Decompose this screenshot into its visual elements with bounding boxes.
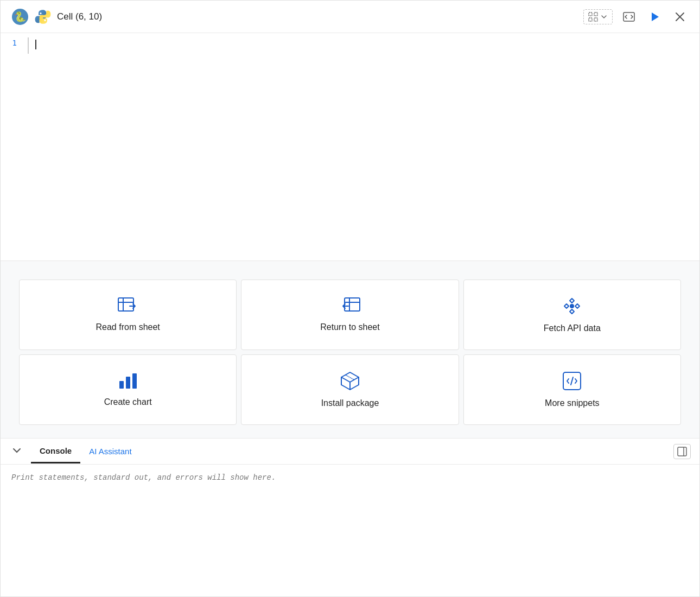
header-right: [583, 8, 689, 26]
return-to-sheet-label: Return to sheet: [320, 322, 379, 332]
console-area: Console AI Assistant Print statements, s…: [1, 439, 699, 558]
console-right: [673, 444, 691, 459]
read-from-sheet-label: Read from sheet: [96, 322, 160, 332]
svg-rect-4: [589, 18, 592, 21]
svg-rect-15: [119, 381, 124, 389]
header-left: 🐍 Cell (6, 10): [11, 8, 102, 26]
python-icon: 🐍: [11, 8, 29, 26]
install-package-label: Install package: [321, 398, 379, 408]
snippets-grid: Read from sheet Return to sheet Fetch AP…: [1, 261, 699, 439]
fetch-api-label: Fetch API data: [544, 323, 601, 333]
console-tab-console[interactable]: Console: [31, 440, 80, 463]
return-to-sheet-icon: [340, 297, 360, 315]
more-snippets-icon: [562, 371, 582, 391]
sidebar-icon: [677, 447, 687, 456]
fetch-api-icon: [562, 296, 582, 316]
svg-rect-3: [594, 12, 597, 16]
install-package-icon: [340, 371, 360, 391]
code-icon: [622, 10, 635, 23]
play-icon: [647, 10, 661, 24]
console-output: Print statements, standard out, and erro…: [1, 465, 699, 491]
snippet-fetch-api-data[interactable]: Fetch API data: [463, 280, 681, 350]
console-tab-ai[interactable]: AI Assistant: [80, 440, 140, 462]
run-button[interactable]: [645, 8, 664, 26]
console-tabs: Console AI Assistant: [1, 439, 699, 465]
cell-title: Cell (6, 10): [57, 11, 102, 22]
console-placeholder: Print statements, standard out, and erro…: [11, 473, 276, 482]
svg-rect-8: [118, 298, 133, 311]
create-chart-icon: [118, 372, 138, 390]
code-editor[interactable]: 1: [1, 33, 699, 261]
chevron-down-icon: [600, 13, 608, 21]
svg-text:🐍: 🐍: [14, 11, 27, 23]
line-number: 1: [1, 37, 28, 47]
svg-rect-5: [594, 18, 597, 21]
svg-rect-2: [589, 12, 592, 16]
python-logo: [34, 8, 52, 26]
svg-marker-7: [652, 12, 659, 21]
snippet-read-from-sheet[interactable]: Read from sheet: [19, 280, 237, 350]
console-collapse-button[interactable]: [9, 443, 24, 460]
close-button[interactable]: [671, 8, 689, 26]
svg-rect-17: [132, 373, 137, 389]
sidebar-toggle-button[interactable]: [673, 444, 691, 459]
text-cursor: [35, 40, 36, 49]
more-snippets-label: More snippets: [545, 398, 600, 408]
read-from-sheet-icon: [118, 297, 138, 315]
chevron-down-icon: [11, 445, 22, 456]
svg-point-14: [570, 304, 574, 308]
svg-rect-16: [126, 377, 130, 389]
snippet-install-package[interactable]: Install package: [241, 354, 459, 425]
create-chart-label: Create chart: [104, 397, 152, 407]
code-line-1: 1: [1, 33, 699, 54]
svg-rect-11: [345, 298, 360, 311]
snippet-dropdown-button[interactable]: [583, 9, 613, 24]
svg-rect-19: [678, 447, 686, 456]
close-icon: [673, 10, 686, 23]
snippet-more-snippets[interactable]: More snippets: [463, 354, 681, 425]
snippet-grid-icon: [588, 12, 598, 22]
code-input[interactable]: [28, 37, 699, 54]
snippet-return-to-sheet[interactable]: Return to sheet: [241, 280, 459, 350]
snippet-create-chart[interactable]: Create chart: [19, 354, 237, 425]
header: 🐍 Cell (6, 10): [1, 1, 699, 33]
code-button[interactable]: [620, 8, 638, 26]
